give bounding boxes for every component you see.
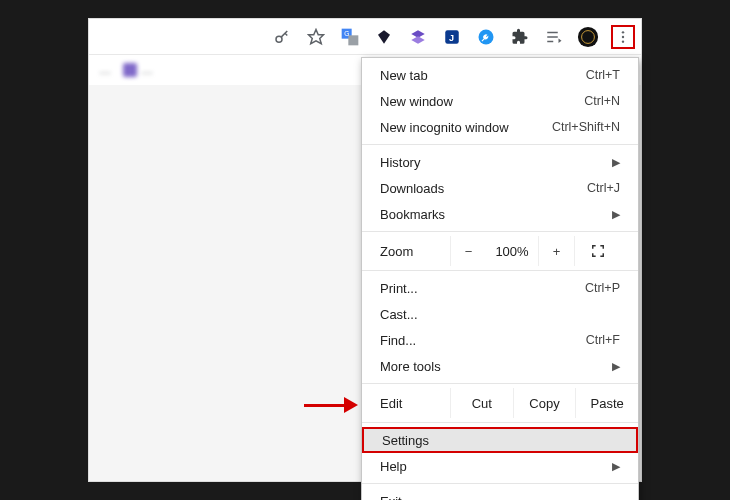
menu-label: Settings: [382, 433, 429, 448]
menu-zoom: Zoom − 100% +: [362, 236, 638, 266]
submenu-arrow-icon: ▶: [612, 360, 620, 373]
svg-point-16: [622, 31, 624, 33]
svg-marker-7: [411, 36, 425, 44]
menu-separator: [362, 422, 638, 423]
stack-icon[interactable]: [407, 26, 429, 48]
more-button[interactable]: [611, 25, 635, 49]
menu-shortcut: Ctrl+J: [587, 181, 620, 195]
menu-history[interactable]: History ▶: [362, 149, 638, 175]
bookmark-item[interactable]: …: [99, 63, 111, 77]
playlist-icon[interactable]: [543, 26, 565, 48]
menu-more-tools[interactable]: More tools ▶: [362, 353, 638, 379]
menu-separator: [362, 483, 638, 484]
bookmark-label: …: [99, 63, 111, 77]
menu-downloads[interactable]: Downloads Ctrl+J: [362, 175, 638, 201]
svg-text:G: G: [344, 30, 349, 37]
menu-separator: [362, 270, 638, 271]
avatar-icon[interactable]: [577, 26, 599, 48]
menu-exit[interactable]: Exit: [362, 488, 638, 500]
menu-separator: [362, 144, 638, 145]
menu-edit: Edit Cut Copy Paste: [362, 388, 638, 418]
submenu-arrow-icon: ▶: [612, 156, 620, 169]
svg-point-14: [578, 26, 598, 46]
menu-shortcut: Ctrl+N: [584, 94, 620, 108]
svg-marker-5: [378, 30, 390, 44]
menu-shortcut: Ctrl+T: [586, 68, 620, 82]
menu-label: History: [380, 155, 420, 170]
paste-button[interactable]: Paste: [575, 388, 638, 418]
menu-shortcut: Ctrl+F: [586, 333, 620, 347]
puzzle-icon[interactable]: [509, 26, 531, 48]
menu-separator: [362, 231, 638, 232]
bookmark-item[interactable]: …: [123, 63, 153, 77]
menu-label: Downloads: [380, 181, 444, 196]
menu-label: New tab: [380, 68, 428, 83]
menu-label: Edit: [362, 396, 450, 411]
menu-print[interactable]: Print... Ctrl+P: [362, 275, 638, 301]
gem-icon[interactable]: [373, 26, 395, 48]
star-icon[interactable]: [305, 26, 327, 48]
bookmark-favicon: [123, 63, 137, 77]
annotation-arrow: [304, 397, 358, 413]
toolbar: G J: [89, 19, 641, 55]
wrench-icon[interactable]: [475, 26, 497, 48]
cut-button[interactable]: Cut: [450, 388, 513, 418]
key-icon[interactable]: [271, 26, 293, 48]
svg-point-18: [622, 40, 624, 42]
fullscreen-button[interactable]: [574, 236, 620, 266]
menu-label: More tools: [380, 359, 441, 374]
menu-settings[interactable]: Settings: [362, 427, 638, 453]
menu-new-window[interactable]: New window Ctrl+N: [362, 88, 638, 114]
menu-label: Find...: [380, 333, 416, 348]
zoom-value: 100%: [486, 244, 538, 259]
translate-icon[interactable]: G: [339, 26, 361, 48]
menu-label: Cast...: [380, 307, 418, 322]
menu-cast[interactable]: Cast...: [362, 301, 638, 327]
menu-shortcut: Ctrl+P: [585, 281, 620, 295]
submenu-arrow-icon: ▶: [612, 208, 620, 221]
submenu-arrow-icon: ▶: [612, 460, 620, 473]
zoom-in-button[interactable]: +: [538, 236, 574, 266]
menu-label: Bookmarks: [380, 207, 445, 222]
zoom-out-button[interactable]: −: [450, 236, 486, 266]
menu-shortcut: Ctrl+Shift+N: [552, 120, 620, 134]
menu-help[interactable]: Help ▶: [362, 453, 638, 479]
bookmark-label: …: [141, 63, 153, 77]
copy-button[interactable]: Copy: [513, 388, 576, 418]
browser-window: G J … …: [88, 18, 642, 482]
menu-label: Print...: [380, 281, 418, 296]
menu-new-tab[interactable]: New tab Ctrl+T: [362, 62, 638, 88]
svg-rect-3: [348, 35, 358, 45]
menu-label: New incognito window: [380, 120, 509, 135]
chrome-menu: New tab Ctrl+T New window Ctrl+N New inc…: [361, 57, 639, 500]
menu-label: New window: [380, 94, 453, 109]
svg-marker-1: [309, 29, 324, 43]
menu-label: Exit: [380, 494, 402, 501]
svg-point-17: [622, 35, 624, 37]
menu-bookmarks[interactable]: Bookmarks ▶: [362, 201, 638, 227]
shield-j-icon[interactable]: J: [441, 26, 463, 48]
menu-find[interactable]: Find... Ctrl+F: [362, 327, 638, 353]
menu-label: Zoom: [362, 244, 450, 259]
menu-separator: [362, 383, 638, 384]
svg-text:J: J: [449, 32, 454, 42]
menu-new-incognito[interactable]: New incognito window Ctrl+Shift+N: [362, 114, 638, 140]
menu-label: Help: [380, 459, 407, 474]
